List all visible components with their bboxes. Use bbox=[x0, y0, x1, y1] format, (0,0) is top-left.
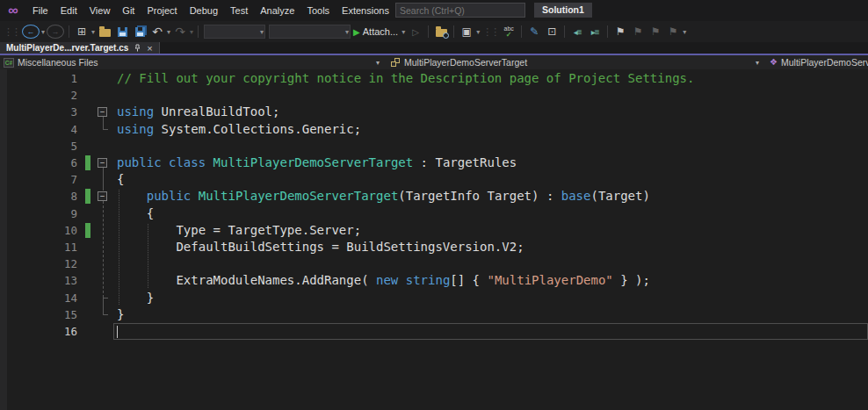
navigate-back-dropdown-icon[interactable]: ▾ bbox=[41, 28, 45, 36]
menu-tools[interactable]: Tools bbox=[300, 0, 336, 21]
previous-bookmark-button[interactable]: ⚑ bbox=[630, 24, 646, 40]
toolbar-separator bbox=[453, 25, 454, 38]
menu-debug[interactable]: Debug bbox=[184, 0, 224, 21]
outdent-button[interactable]: ◂≡ bbox=[569, 24, 585, 40]
code-line[interactable]: 7{ bbox=[0, 171, 868, 188]
tab-multiplayerdemo-server-target[interactable]: MultiPlayerDe...rver.Target.cs × bbox=[0, 42, 160, 54]
code-token: new bbox=[376, 273, 398, 287]
csharp-file-icon: C# bbox=[4, 58, 14, 68]
code-line[interactable]: 10 Type = TargetType.Server; bbox=[0, 222, 868, 239]
scope-dropdown-icon[interactable]: ▾ bbox=[376, 55, 380, 69]
toolbar-overflow-icon[interactable]: ▾ bbox=[683, 28, 686, 36]
undo-dropdown-icon[interactable]: ▾ bbox=[167, 28, 170, 36]
code-token: class bbox=[169, 155, 206, 169]
outline-guide bbox=[103, 298, 104, 314]
document-list-dropdown-icon[interactable]: ▾ bbox=[476, 28, 480, 36]
search-input[interactable] bbox=[396, 5, 522, 16]
code-line[interactable]: 12 bbox=[0, 255, 868, 272]
open-file-button[interactable] bbox=[97, 24, 112, 40]
scope-label: Miscellaneous Files bbox=[18, 57, 98, 68]
attach-label: Attach... bbox=[363, 26, 398, 37]
menu-edit[interactable]: Edit bbox=[54, 0, 83, 21]
start-without-debugging-button[interactable]: ▷ bbox=[408, 24, 423, 40]
code-token: using bbox=[117, 122, 154, 136]
new-project-button[interactable]: ⊞ bbox=[74, 24, 90, 40]
menu-project[interactable]: Project bbox=[141, 0, 183, 21]
attach-button[interactable]: ▶ Attach... ▾ bbox=[353, 24, 406, 40]
save-icon bbox=[118, 27, 127, 37]
undo-button[interactable]: ↶ bbox=[149, 24, 165, 40]
code-line[interactable]: 4using System.Collections.Generic; bbox=[0, 121, 868, 138]
solution-badge[interactable]: Solution1 bbox=[534, 3, 592, 18]
code-text: { bbox=[117, 205, 154, 222]
code-line[interactable]: 14 } bbox=[0, 290, 868, 306]
code-editor[interactable]: 1// Fill out your copyright notice in th… bbox=[0, 69, 868, 410]
redo-button[interactable]: ↷ bbox=[172, 24, 188, 40]
close-icon[interactable]: × bbox=[147, 44, 152, 53]
code-text: ExtraModuleNames.AddRange( new string[] … bbox=[117, 272, 650, 289]
menu-extensions[interactable]: Extensions bbox=[336, 0, 395, 21]
toggle-bookmark-button[interactable]: ⚑ bbox=[612, 24, 628, 40]
solution-configurations-combo[interactable]: ▾ bbox=[204, 25, 265, 39]
type-dropdown[interactable]: MultiPlayerDemoServerTarget bbox=[390, 55, 527, 69]
line-number: 8 bbox=[0, 188, 77, 205]
code-line[interactable]: 9 { bbox=[0, 205, 868, 222]
toolbar-separator bbox=[69, 25, 69, 38]
code-text: Type = TargetType.Server; bbox=[117, 222, 361, 239]
code-line[interactable]: 11 DefaultBuildSettings = BuildSettingsV… bbox=[0, 239, 868, 255]
code-token: System.Collections.Generic; bbox=[154, 122, 361, 136]
collapse-region-button[interactable]: − bbox=[98, 191, 107, 201]
new-project-dropdown-icon[interactable]: ▾ bbox=[91, 28, 95, 36]
change-tracking-bar bbox=[85, 189, 90, 204]
menu-analyze[interactable]: Analyze bbox=[254, 0, 300, 21]
indent-button[interactable]: ▸≡ bbox=[587, 24, 603, 40]
menu-git[interactable]: Git bbox=[116, 0, 141, 21]
active-document-list-button[interactable]: ▣ bbox=[459, 24, 474, 40]
code-line[interactable]: 2 bbox=[0, 87, 868, 104]
code-token: MultiPlayerDemoServerTarget bbox=[213, 155, 414, 169]
code-line[interactable]: 6public class MultiPlayerDemoServerTarge… bbox=[0, 155, 868, 171]
menu-test[interactable]: Test bbox=[224, 0, 254, 21]
quick-search-box[interactable] bbox=[395, 3, 525, 18]
code-line[interactable]: 13 ExtraModuleNames.AddRange( new string… bbox=[0, 272, 868, 289]
code-line[interactable]: 15} bbox=[0, 306, 868, 323]
line-number: 14 bbox=[0, 290, 77, 306]
redo-dropdown-icon[interactable]: ▾ bbox=[190, 28, 193, 36]
class-icon bbox=[390, 57, 401, 68]
save-button[interactable] bbox=[114, 24, 130, 40]
solution-platforms-combo[interactable]: ▾ bbox=[269, 25, 351, 39]
code-token: } bbox=[117, 291, 154, 305]
toolbar-separator bbox=[428, 25, 429, 38]
pin-icon[interactable] bbox=[134, 44, 141, 52]
navigate-backward-button[interactable]: ← bbox=[22, 25, 40, 39]
code-line[interactable]: 8 public MultiPlayerDemoServerTarget(Tar… bbox=[0, 188, 868, 205]
text-caret bbox=[117, 326, 118, 338]
collapse-region-button[interactable]: − bbox=[98, 107, 107, 117]
code-line[interactable]: 1// Fill out your copyright notice in th… bbox=[0, 70, 868, 87]
member-dropdown-icon[interactable]: ▾ bbox=[756, 55, 759, 69]
menu-file[interactable]: File bbox=[26, 0, 54, 21]
clear-bookmarks-button[interactable]: ⚑ bbox=[665, 24, 681, 40]
code-line[interactable]: 3using UnrealBuildTool; bbox=[0, 104, 868, 120]
find-in-files-button[interactable] bbox=[433, 24, 449, 40]
next-bookmark-button[interactable]: ⚑ bbox=[647, 24, 663, 40]
outline-guide bbox=[103, 117, 104, 128]
code-token: { bbox=[117, 172, 124, 186]
toolbar-grip-icon[interactable]: ⋮⋮ bbox=[4, 24, 19, 40]
project-scope-dropdown[interactable]: C# Miscellaneous Files bbox=[4, 55, 98, 69]
code-line[interactable]: 5 bbox=[0, 138, 868, 155]
navigate-forward-button[interactable]: → bbox=[47, 25, 64, 39]
collapse-region-button[interactable]: − bbox=[98, 158, 107, 168]
spell-check-button[interactable]: abc✓ bbox=[501, 24, 517, 40]
copy-document-button[interactable]: ⊡ bbox=[544, 24, 560, 40]
type-label: MultiPlayerDemoServerTarget bbox=[404, 57, 527, 68]
code-token: public bbox=[117, 155, 162, 169]
line-number: 13 bbox=[0, 272, 77, 289]
format-pen-button[interactable]: ✎ bbox=[526, 24, 542, 40]
member-dropdown[interactable]: ❖ MultiPlayerDemoServerT bbox=[770, 55, 868, 69]
line-number: 11 bbox=[0, 239, 77, 255]
menu-view[interactable]: View bbox=[83, 0, 117, 21]
save-all-button[interactable] bbox=[132, 24, 148, 40]
code-text: // Fill out your copyright notice in the… bbox=[117, 70, 694, 87]
code-token bbox=[398, 273, 405, 287]
